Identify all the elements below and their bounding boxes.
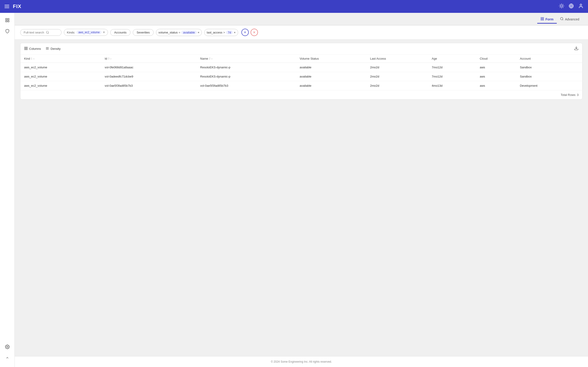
cell-volume-status-2: available bbox=[296, 81, 366, 90]
kinds-label: Kinds: bbox=[67, 31, 75, 34]
col-cloud[interactable]: Cloud bbox=[476, 55, 516, 63]
search-chip-label: Full-text search bbox=[24, 31, 44, 34]
volume-status-key: volume_status bbox=[158, 31, 178, 34]
advanced-tab-icon bbox=[560, 17, 564, 22]
svg-point-16 bbox=[7, 346, 8, 348]
svg-point-0 bbox=[561, 5, 562, 7]
last-access-remove-button[interactable]: × bbox=[234, 31, 236, 34]
col-last-access-label: Last Access bbox=[370, 57, 386, 60]
search-chip[interactable]: Full-text search bbox=[20, 29, 61, 36]
filter-actions: + × bbox=[242, 29, 258, 36]
density-icon bbox=[45, 47, 49, 51]
table-row[interactable]: aws_ec2_volume vol-0adeedfc71dcbe9 Resot… bbox=[20, 72, 582, 81]
tab-form[interactable]: Form bbox=[537, 16, 557, 24]
severities-filter-chip[interactable]: Severities bbox=[133, 29, 154, 36]
svg-rect-28 bbox=[26, 49, 27, 50]
svg-line-4 bbox=[563, 7, 563, 7]
columns-button[interactable]: Columns bbox=[24, 47, 41, 51]
col-name-sort-num: 2 bbox=[209, 57, 210, 60]
col-kind-label: Kind bbox=[24, 57, 30, 60]
globe-icon[interactable] bbox=[569, 3, 574, 10]
col-id[interactable]: Id 3 ↑ bbox=[101, 55, 197, 63]
col-id-sort-arrow: ↑ bbox=[110, 57, 112, 60]
cell-id-0: vol-0fe068d91a8aaac bbox=[101, 63, 197, 72]
cell-kind-2: aws_ec2_volume bbox=[20, 81, 101, 90]
sidebar-item-security[interactable] bbox=[3, 27, 12, 36]
theme-toggle-icon[interactable] bbox=[559, 3, 564, 10]
svg-rect-27 bbox=[25, 49, 26, 50]
columns-label: Columns bbox=[29, 47, 41, 50]
form-tab-icon bbox=[540, 17, 544, 22]
cell-id-2: vol-0ae5f3fad85b7b3 bbox=[101, 81, 197, 90]
col-last-access[interactable]: Last Access bbox=[366, 55, 428, 63]
svg-line-3 bbox=[560, 4, 560, 4]
svg-rect-26 bbox=[26, 47, 27, 48]
kinds-value: aws_ec2_volume bbox=[77, 31, 102, 34]
filter-bar: Full-text search Kinds: aws_ec2_volume ×… bbox=[15, 25, 588, 39]
col-account[interactable]: Account bbox=[516, 55, 582, 63]
add-icon: + bbox=[244, 30, 246, 35]
menu-button[interactable] bbox=[5, 5, 9, 8]
user-icon[interactable] bbox=[578, 3, 583, 10]
cell-cloud-0: aws bbox=[476, 63, 516, 72]
volume-status-filter-chip[interactable]: volume_status = available × bbox=[156, 29, 202, 36]
svg-rect-17 bbox=[541, 17, 542, 19]
clear-filters-button[interactable]: × bbox=[251, 29, 258, 36]
download-button[interactable] bbox=[574, 46, 579, 52]
col-id-label: Id bbox=[105, 57, 107, 60]
last-access-operator: > bbox=[223, 31, 225, 34]
last-access-filter-chip[interactable]: last_access > 7d × bbox=[204, 29, 238, 36]
col-kind[interactable]: Kind 1 ↑ bbox=[20, 55, 101, 63]
sidebar-item-settings[interactable] bbox=[3, 342, 12, 351]
col-account-label: Account bbox=[520, 57, 531, 60]
cell-name-0: ResotoEKS-dynamic-p bbox=[197, 63, 296, 72]
tab-advanced-label: Advanced bbox=[565, 17, 579, 21]
content-area: Form Advanced Full-text search Kinds: aw… bbox=[15, 13, 588, 367]
last-access-key: last_access bbox=[207, 31, 222, 34]
accounts-filter-chip[interactable]: Accounts bbox=[110, 29, 130, 36]
density-label: Density bbox=[51, 47, 61, 50]
col-cloud-label: Cloud bbox=[480, 57, 488, 60]
cell-id-1: vol-0adeedfc71dcbe9 bbox=[101, 72, 197, 81]
table-row[interactable]: aws_ec2_volume vol-0fe068d91a8aaac Resot… bbox=[20, 63, 582, 72]
density-button[interactable]: Density bbox=[45, 47, 61, 51]
cell-account-2: Development bbox=[516, 81, 582, 90]
sidebar-collapse-button[interactable] bbox=[3, 353, 12, 362]
app-title: FIX bbox=[13, 3, 559, 9]
tab-advanced[interactable]: Advanced bbox=[557, 16, 582, 24]
svg-line-7 bbox=[560, 7, 560, 7]
footer-text: © 2024 Some Engineering Inc. All rights … bbox=[271, 360, 332, 363]
navbar-icons bbox=[559, 3, 583, 10]
volume-status-value: available bbox=[181, 31, 197, 34]
col-name-label: Name bbox=[200, 57, 208, 60]
columns-icon bbox=[24, 47, 28, 51]
cell-last-access-0: 2mo2d bbox=[366, 63, 428, 72]
kinds-remove-button[interactable]: × bbox=[103, 31, 105, 34]
svg-rect-14 bbox=[6, 21, 7, 22]
volume-status-remove-button[interactable]: × bbox=[198, 31, 199, 34]
svg-rect-25 bbox=[25, 47, 26, 48]
col-volume-status[interactable]: Volume Status bbox=[296, 55, 366, 63]
tab-form-label: Form bbox=[545, 17, 553, 21]
navbar: FIX bbox=[0, 0, 588, 13]
svg-point-21 bbox=[561, 17, 563, 20]
col-age-label: Age bbox=[432, 57, 437, 60]
table-row[interactable]: aws_ec2_volume vol-0ae5f3fad85b7b3 vol-0… bbox=[20, 81, 582, 90]
add-filter-button[interactable]: + bbox=[242, 29, 249, 36]
col-name[interactable]: Name 2 ↑ bbox=[197, 55, 296, 63]
col-volume-status-label: Volume Status bbox=[300, 57, 319, 60]
cell-age-2: 4mo13d bbox=[428, 81, 476, 90]
cell-account-0: Sandbox bbox=[516, 63, 582, 72]
cell-kind-1: aws_ec2_volume bbox=[20, 72, 101, 81]
svg-rect-19 bbox=[541, 19, 542, 20]
last-access-value: 7d bbox=[226, 31, 233, 34]
cell-volume-status-1: available bbox=[296, 72, 366, 81]
svg-point-11 bbox=[580, 4, 582, 6]
col-age[interactable]: Age bbox=[428, 55, 476, 63]
sidebar-item-database[interactable] bbox=[3, 16, 12, 25]
cell-cloud-2: aws bbox=[476, 81, 516, 90]
svg-line-24 bbox=[48, 33, 49, 34]
sidebar bbox=[0, 13, 15, 367]
kinds-filter-chip[interactable]: Kinds: aws_ec2_volume × bbox=[64, 29, 108, 36]
accounts-label: Accounts bbox=[114, 31, 126, 34]
